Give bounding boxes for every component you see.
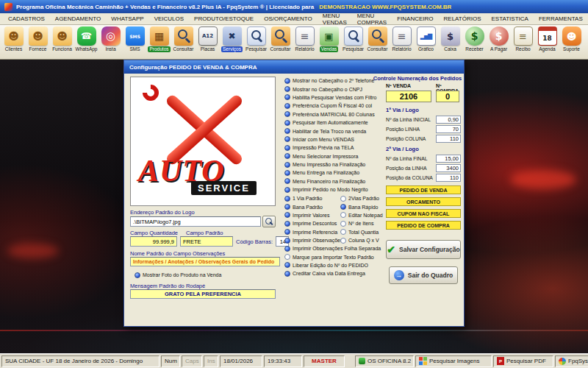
option-radio[interactable]: Habilita Pesquisar Vendas com Filtro <box>284 93 395 102</box>
venda-number-field[interactable]: 2106 <box>386 91 431 102</box>
save-config-button[interactable]: ✔ Salvar Configuração <box>386 240 461 259</box>
toolbar-button[interactable]: SMS <box>123 26 147 52</box>
browse-logo-button[interactable] <box>262 216 276 227</box>
footer-message-field[interactable]: GRATO PELA PREFERENCIA <box>130 289 276 299</box>
menu-item[interactable]: OS/ORÇAMENTO <box>259 13 318 24</box>
number-input[interactable]: 110 <box>436 135 461 143</box>
option-radio[interactable]: Menu Selecionar Impressora <box>284 152 395 160</box>
option-radio[interactable]: Menu Impressão na Finalização <box>284 160 395 169</box>
toolbar-button[interactable]: Clientes <box>1 26 26 52</box>
option-radio[interactable]: Menu Financeiro na Finalização <box>284 177 395 185</box>
option-radio[interactable]: Editar Notepad <box>340 212 383 218</box>
option-radio[interactable]: Imprimir Valores <box>284 212 329 218</box>
option-radio[interactable]: Iniciar com Menu VENDAS <box>284 135 395 144</box>
toolbar-button[interactable]: Receber <box>462 26 487 52</box>
menu-item[interactable]: WHATSAPP <box>106 13 148 24</box>
toolbar-button[interactable]: Fornece <box>26 26 50 52</box>
search-images-button[interactable]: Pesquisar Imagens <box>415 355 492 367</box>
menu-item[interactable]: FERRAMENTAS <box>534 13 588 24</box>
default-field[interactable]: FRETE <box>180 236 233 247</box>
option-radio[interactable]: Total Quantia <box>340 229 379 235</box>
toolbar-button[interactable]: A Pagar <box>487 26 511 52</box>
menu-item[interactable]: CADASTROS <box>3 13 50 24</box>
option-radio[interactable]: Impressão Prévia na TELA <box>284 144 395 152</box>
option-radio[interactable]: Imprimir Pedido no Modo Negrito <box>284 185 395 194</box>
observations-field[interactable]: Informações / Anotações / Observações Ge… <box>130 257 280 266</box>
toolbar-button[interactable]: Pesquisar <box>244 26 268 52</box>
dialog-title: Configuração PEDIDO DE VENDA & COMPRA <box>129 64 257 71</box>
option-radio[interactable]: Imprimir Observações Folha Separada <box>284 244 395 252</box>
toolbar-button[interactable]: Consultar <box>268 26 293 52</box>
option-radio[interactable]: Bana Rápido <box>340 204 378 210</box>
option-radio[interactable]: Preferência MATRICIAL 80 Colunas <box>284 110 395 118</box>
toolbar-button[interactable]: Gráfico <box>414 26 438 52</box>
option-radio[interactable]: Imprimir Observações <box>284 238 343 244</box>
doc-name-field[interactable]: ORCAMENTO <box>386 197 461 206</box>
option-radio[interactable]: Preferência Cupom Ñ Fiscal 40 col <box>284 102 395 110</box>
radio-icon <box>135 272 140 278</box>
doc-name-field[interactable]: PEDIDO DE VENDA <box>386 185 461 194</box>
doc-name-field[interactable]: PEDIDO DE COMPRA <box>386 221 461 230</box>
menu-item[interactable]: FINANCEIRO <box>392 13 438 24</box>
number-row-label: Posição LINHA <box>386 127 420 132</box>
option-label: Pesquisar Item Automaticamente <box>293 120 368 125</box>
menu-item[interactable]: MENU COMPRAS <box>352 13 392 24</box>
number-input[interactable]: 15,00 <box>436 155 461 163</box>
toolbar-button[interactable]: Relatório <box>390 26 414 52</box>
toolbar-button[interactable]: Suporte <box>559 26 584 52</box>
toolbar-button[interactable]: WhatsApp <box>74 26 98 52</box>
option-radio[interactable]: Mostrar no Cabeçalho o CNPJ <box>284 85 395 93</box>
menu-item[interactable]: PRODUTO/ESTOQUE <box>189 13 259 24</box>
toolbar-button[interactable]: Insta <box>98 26 123 52</box>
toolbar-button[interactable]: Vendas <box>317 26 341 52</box>
logo-path-input[interactable]: .\BITMAP\logo7.jpg <box>130 216 261 227</box>
option-radio[interactable]: Imprime Referencia <box>284 229 337 235</box>
toolbar-button[interactable]: Consultar <box>365 26 390 52</box>
dialog-titlebar[interactable]: Configuração PEDIDO DE VENDA & COMPRA <box>124 60 464 74</box>
quantity-field[interactable]: 99.999,9 <box>130 236 177 247</box>
menu-item[interactable]: AGENDAMENTO <box>50 13 107 24</box>
toolbar-label: Consultar <box>270 46 291 52</box>
toolbar-button[interactable]: Produtos <box>147 26 171 52</box>
option-radio[interactable]: Imprime Descontos <box>284 221 337 227</box>
menu-item[interactable]: RELATÓRIOS <box>439 13 487 24</box>
toolbar-button[interactable]: Relatório <box>293 26 317 52</box>
option-radio[interactable]: Pesquisar Item Automaticamente <box>284 118 395 127</box>
number-row: Nº da Linha FINAL 15,00 <box>386 154 461 163</box>
number-input[interactable]: 0,90 <box>436 116 461 124</box>
number-input[interactable]: 3400 <box>436 164 461 172</box>
toolbar-button[interactable]: Recibo <box>511 26 535 52</box>
menu-item[interactable]: VEICULOS <box>149 13 189 24</box>
radio-icon <box>340 221 346 227</box>
dialog-body: AUTO SERVICE Endereço Padrão do Logo .\B… <box>124 74 464 328</box>
show-photo-option[interactable]: Mostrar Foto do Produto na Venda <box>135 271 221 279</box>
compra-number-field[interactable]: 0 <box>436 91 459 102</box>
option-radio[interactable]: Marque para Importar Texto Padrão <box>284 252 395 261</box>
option-radio[interactable]: Creditar Caixa via Data Entrega <box>284 269 395 277</box>
option-radio[interactable]: Coluna Q x V <box>340 238 379 244</box>
menu-item[interactable]: MENU VENDAS <box>318 13 352 24</box>
option-radio[interactable]: 2Vias Padrão <box>340 196 379 202</box>
number-input[interactable]: 110 <box>436 174 461 182</box>
number-row: Posição LINHA 70 <box>386 124 461 134</box>
toolbar-button[interactable]: Agenda <box>535 26 559 52</box>
option-radio[interactable]: Bana Padrão <box>284 204 323 210</box>
toolbar-button[interactable]: Serviços <box>220 26 244 52</box>
radio-icon <box>284 262 290 268</box>
toolbar-button[interactable]: Consultar <box>171 26 196 52</box>
option-radio[interactable]: Habilitar de Tela Troco na venda <box>284 127 395 135</box>
radio-icon <box>284 153 290 159</box>
option-radio[interactable]: 1 Via Padrão <box>284 196 322 202</box>
doc-name-field[interactable]: CUPOM NAO FISCAL <box>386 209 461 218</box>
menu-item[interactable]: ESTATISTICA <box>487 13 534 24</box>
toolbar-button[interactable]: Funciona <box>50 26 74 52</box>
exit-button[interactable]: → Sair do Quadro <box>389 266 458 284</box>
number-input[interactable]: 70 <box>436 125 461 133</box>
option-radio[interactable]: Liberar Edição do Nº do PEDIDO <box>284 261 395 269</box>
toolbar-button[interactable]: Caixa <box>438 26 462 52</box>
toolbar-button[interactable]: Pesquisar <box>341 26 365 52</box>
option-radio[interactable]: Nº de Itens <box>340 221 373 227</box>
option-radio[interactable]: Menu Entrega na Finalização <box>284 169 395 177</box>
search-pdf-button[interactable]: Pesquisar PDF <box>493 355 553 367</box>
toolbar-button[interactable]: Placas <box>196 26 220 52</box>
